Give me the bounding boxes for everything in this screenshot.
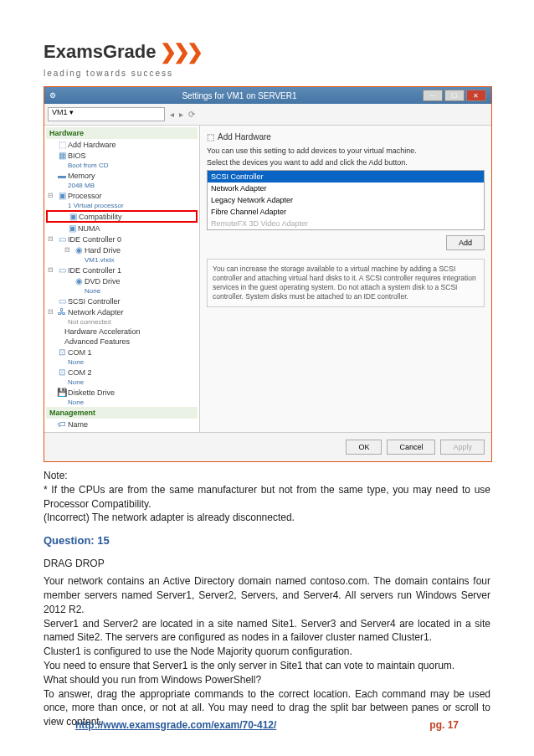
tree-diskette[interactable]: 💾Diskette Drive xyxy=(46,387,198,398)
management-section: Management xyxy=(46,407,198,419)
dvd-icon: ◉ xyxy=(73,276,85,285)
tree-name[interactable]: 🏷Name xyxy=(46,419,198,429)
question-title: Question: 15 xyxy=(44,533,490,548)
tree-memory[interactable]: ▬Memory xyxy=(46,170,198,181)
logo-arrow-icon: ❯❯❯ xyxy=(160,40,200,64)
tree-ide1[interactable]: ⊟▭IDE Controller 1 xyxy=(46,265,198,275)
tag-icon: 🏷 xyxy=(56,419,68,429)
chip-icon: ▦ xyxy=(56,151,68,160)
add-hw-icon: ⬚ xyxy=(207,132,214,141)
window-title: Settings for VM1 on SERVER1 xyxy=(182,91,296,100)
scsi-icon: ▭ xyxy=(56,296,68,306)
dvd-detail: None xyxy=(46,286,198,296)
note-text: * If the CPUs are from the same manufact… xyxy=(44,483,490,512)
list-item[interactable]: SCSI Controller xyxy=(208,171,484,183)
tree-hw-accel[interactable]: Hardware Acceleration xyxy=(46,327,198,337)
settings-window: ⚙ Settings for VM1 on SERVER1 ─ ☐ ✕ VM1 … xyxy=(44,87,491,461)
question-para: Server1 and Server2 are located in a sit… xyxy=(44,617,490,645)
hardware-section: Hardware xyxy=(46,127,198,139)
network-detail: Not connected xyxy=(46,317,198,327)
question-para: Your network contains an Active Director… xyxy=(44,574,490,616)
bios-detail: Boot from CD xyxy=(46,161,198,170)
floppy-icon: 💾 xyxy=(56,388,68,397)
tree-network[interactable]: ⊟🖧Network Adapter xyxy=(46,306,198,317)
hdd-detail: VM1.vhdx xyxy=(46,255,198,265)
tree-ide0[interactable]: ⊟▭IDE Controller 0 xyxy=(46,234,198,244)
panel-title: ⬚Add Hardware xyxy=(207,132,485,141)
list-item[interactable]: Fibre Channel Adapter xyxy=(208,206,484,218)
cancel-button[interactable]: Cancel xyxy=(387,440,435,455)
tree-com1[interactable]: ⊡COM 1 xyxy=(46,347,198,357)
panel-note: You can increase the storage available t… xyxy=(207,259,485,307)
page-number: pg. 17 xyxy=(429,719,459,731)
panel-desc1: You can use this setting to add devices … xyxy=(207,147,485,155)
add-button[interactable]: Add xyxy=(446,235,485,250)
compat-icon: ▣ xyxy=(67,212,79,221)
tree-dvd[interactable]: ◉DVD Drive xyxy=(46,275,198,286)
logo-text: ExamsGrade xyxy=(44,41,157,63)
com1-detail: None xyxy=(46,357,198,367)
nav-back-icon[interactable]: ◂ xyxy=(170,110,174,119)
title-bar: ⚙ Settings for VM1 on SERVER1 ─ ☐ ✕ xyxy=(44,87,491,104)
com2-detail: None xyxy=(46,378,198,387)
tree-hdd[interactable]: ⊟◉Hard Drive xyxy=(46,244,198,255)
question-para: What should you run from Windows PowerSh… xyxy=(44,673,490,687)
tree-bios[interactable]: ▦BIOS xyxy=(46,150,198,161)
controller-icon: ▭ xyxy=(56,234,68,244)
window-icon: ⚙ xyxy=(49,91,56,100)
hardware-listbox[interactable]: SCSI Controller Network Adapter Legacy N… xyxy=(207,170,485,230)
tree-scsi[interactable]: ▭SCSI Controller xyxy=(46,296,198,306)
maximize-button[interactable]: ☐ xyxy=(444,90,465,101)
document-content: Note: * If the CPUs are from the same ma… xyxy=(44,469,490,729)
panel-desc2: Select the devices you want to add and c… xyxy=(207,158,485,167)
disk-icon: ◉ xyxy=(73,245,85,255)
processor-detail: 1 Virtual processor xyxy=(46,201,198,210)
note-label: Note: xyxy=(44,469,490,483)
note-incorrect: (Incorrect) The network adapter is alrea… xyxy=(44,511,490,525)
ok-button[interactable]: OK xyxy=(346,440,382,455)
controller-icon: ▭ xyxy=(56,265,68,275)
vm-selector[interactable]: VM1 ▾ xyxy=(48,107,165,121)
tree-advanced[interactable]: Advanced Features xyxy=(46,337,198,347)
memory-detail: 2048 MB xyxy=(46,181,198,190)
name-detail: VM1 xyxy=(46,429,198,432)
port-icon: ⊡ xyxy=(56,368,68,377)
memory-icon: ▬ xyxy=(56,171,68,180)
tree-add-hardware[interactable]: ⬚Add Hardware xyxy=(46,139,198,150)
network-icon: 🖧 xyxy=(56,307,68,316)
detail-panel: ⬚Add Hardware You can use this setting t… xyxy=(200,126,491,432)
apply-button[interactable]: Apply xyxy=(440,440,485,455)
close-button[interactable]: ✕ xyxy=(466,90,486,101)
tree-processor[interactable]: ⊟▣Processor xyxy=(46,190,198,201)
list-item[interactable]: Legacy Network Adapter xyxy=(208,194,484,206)
refresh-icon[interactable]: ⟳ xyxy=(188,110,195,119)
tree-com2[interactable]: ⊡COM 2 xyxy=(46,367,198,378)
add-icon: ⬚ xyxy=(56,140,68,149)
footer-url[interactable]: http://www.examsgrade.com/exam/70-412/ xyxy=(75,719,276,731)
port-icon: ⊡ xyxy=(56,347,68,357)
page-footer: http://www.examsgrade.com/exam/70-412/ p… xyxy=(0,719,534,731)
page-header: ExamsGrade ❯❯❯ xyxy=(44,40,490,64)
minimize-button[interactable]: ─ xyxy=(423,90,443,101)
question-type: DRAG DROP xyxy=(44,557,490,571)
diskette-detail: None xyxy=(46,398,198,407)
nav-fwd-icon[interactable]: ▸ xyxy=(179,110,183,119)
tree-numa[interactable]: ▣NUMA xyxy=(46,223,198,234)
hardware-tree[interactable]: Hardware ⬚Add Hardware ▦BIOS Boot from C… xyxy=(44,126,200,432)
screenshot-frame: ⚙ Settings for VM1 on SERVER1 ─ ☐ ✕ VM1 … xyxy=(44,86,492,462)
tree-compatibility[interactable]: ▣Compatibility xyxy=(46,210,198,223)
toolbar: VM1 ▾ ◂ ▸ ⟳ xyxy=(44,104,491,126)
question-para: Cluster1 is configured to use the Node M… xyxy=(44,645,490,659)
numa-icon: ▣ xyxy=(66,224,78,233)
question-para: You need to ensure that Server1 is the o… xyxy=(44,659,490,673)
dialog-buttons: OK Cancel Apply xyxy=(44,432,491,461)
list-item[interactable]: RemoteFX 3D Video Adapter xyxy=(208,218,484,229)
tagline: leading towards success xyxy=(44,69,490,78)
cpu-icon: ▣ xyxy=(56,191,68,200)
list-item[interactable]: Network Adapter xyxy=(208,183,484,194)
